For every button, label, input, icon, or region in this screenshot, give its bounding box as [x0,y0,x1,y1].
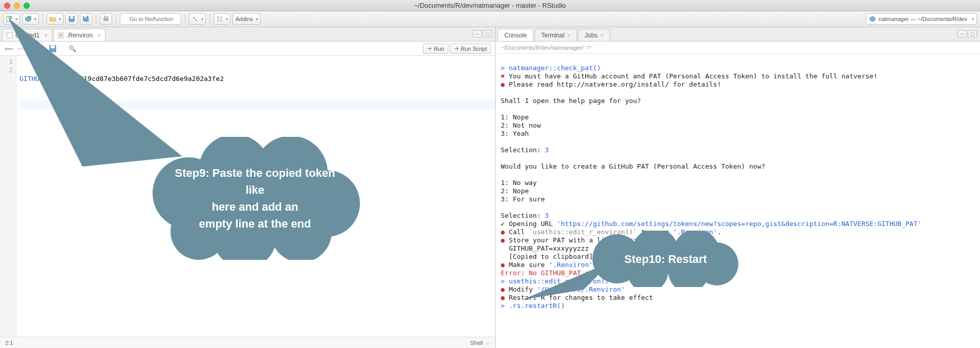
maximize-pane-icon[interactable]: ▢ [968,30,977,37]
console-line: 2: Nope [501,187,529,195]
window-title: ~/Documents/R/dev/natmanager - master - … [0,2,980,9]
tab-console[interactable]: Console [498,29,534,41]
find-icon[interactable]: 🔍 [68,44,77,53]
titlebar: ~/Documents/R/dev/natmanager - master - … [0,0,980,11]
cursor-position: 2:1 [5,340,13,346]
svg-rect-18 [51,46,55,48]
console-line: Selection: 3 [501,146,549,154]
tools-button[interactable] [189,13,206,25]
svg-rect-4 [70,16,73,18]
console-line: > .rs.restartR() [501,302,565,310]
grid-button[interactable] [214,13,230,25]
file-icon [7,32,13,38]
save-button[interactable] [66,13,78,25]
svg-rect-16 [38,47,43,51]
show-in-new-window-icon[interactable] [36,44,45,53]
source-statusbar: 2:1 Shell [0,337,495,348]
tab-label: Jobs [585,32,598,39]
console-line: Store your PAT with a line like: [501,236,637,244]
close-icon[interactable]: × [567,32,570,38]
svg-rect-7 [84,16,87,17]
close-icon[interactable]: × [600,32,603,38]
play-icon: ➔ [454,45,459,52]
print-button[interactable] [100,13,112,25]
minimize-pane-icon[interactable]: — [957,30,967,37]
run-button[interactable]: ➔ Run [423,44,448,54]
tab-terminal[interactable]: Terminal× [535,29,577,41]
console-line: Call `usethis::edit_r_environ()` to open… [501,228,721,236]
console-line: You must have a GitHub account and PAT (… [501,72,878,80]
console-line: Restart R for changes to take effect [501,294,653,301]
addins-button[interactable]: Addins [232,13,261,25]
project-label: natmanager — ~/Documents/R/dev [879,16,967,22]
console-line: > natmanager::check_pat() [501,64,601,72]
run-script-label: Run Script [461,46,487,52]
code-line: GITHUB_PAT=GITHUB_PAT=d717519cd87e3b607f… [19,74,495,83]
console-line: Please read http://natverse.org/install/… [501,80,721,88]
forward-icon[interactable]: ⟹ [16,44,26,53]
back-icon[interactable]: ⟸ [4,44,13,53]
breadcrumb-path: ~/Documents/R/dev/natmanager/ [501,45,584,51]
close-icon[interactable]: × [97,32,100,38]
new-file-button[interactable] [3,13,20,25]
console-line: Opening URL 'https://github.com/settings… [501,220,922,228]
project-icon [869,16,876,22]
maximize-pane-icon[interactable]: ▢ [483,30,492,37]
console-tabs: Console Terminal× Jobs× — ▢ [496,27,980,42]
code-line [19,100,495,109]
svg-rect-10 [217,16,219,18]
console-line: 3: For sure [501,195,545,203]
console-line: Error: No GITHUB_PAT set [501,269,597,277]
console-line: 1: No way [501,179,537,187]
line-number: 1 [0,57,13,66]
console-line: > usethis::edit_r_environ() [501,277,609,285]
go-to-file-input[interactable] [120,13,181,25]
tab-jobs[interactable]: Jobs× [578,29,610,41]
file-icon [58,32,64,38]
tab-label: .Renviron [67,32,93,39]
console-output[interactable]: > natmanager::check_pat() You must have … [496,54,980,348]
console-breadcrumb: ~/Documents/R/dev/natmanager/ ⟳ [496,42,980,54]
console-line: Selection: 3 [501,212,549,219]
save-icon[interactable] [48,44,57,53]
run-script-button[interactable]: ➔ Run Script [450,44,491,54]
new-project-button[interactable] [22,13,39,25]
project-dropdown[interactable]: natmanager — ~/Documents/R/dev [866,13,977,25]
tab-label: Console [504,32,527,39]
save-all-button[interactable] [80,13,92,25]
editor[interactable]: 1 2 GITHUB_PAT=GITHUB_PAT=d717519cd87e3b… [0,56,495,337]
svg-rect-14 [7,33,12,38]
language-label[interactable]: Shell [471,340,483,346]
console-line: Modify '/Users/sri/.Renviron' [501,285,625,293]
console-line: GITHUB_PAT=xxxyyyzzz [501,244,589,252]
console-line: 2: Not now [501,121,541,129]
tab-renviron[interactable]: .Renviron × [53,29,105,41]
close-icon[interactable]: × [44,32,47,38]
tab-label: Untitled1 [15,32,39,39]
main-area: Untitled1 × .Renviron × — ▢ ⟸ ⟹ [0,27,980,348]
main-toolbar: 🔍 Addins natmanager — ~/Documents/R/dev [0,11,980,27]
source-toolbar: ⟸ ⟹ 🔍 ➔ Run ➔ Run Script [0,42,495,56]
play-icon: ➔ [427,45,432,52]
svg-rect-11 [220,16,222,18]
go-to-file-wrapper: 🔍 [120,13,181,25]
tab-untitled[interactable]: Untitled1 × [2,29,52,41]
console-line: Shall I open the help page for you? [501,97,641,105]
document-tabs: Untitled1 × .Renviron × — ▢ [0,27,495,42]
gutter: 1 2 [0,56,16,337]
console-line: Make sure '.Renviron' ends with a newlin… [501,261,677,269]
svg-rect-13 [220,19,222,22]
source-pane: Untitled1 × .Renviron × — ▢ ⟸ ⟹ [0,27,496,348]
console-line: 1: Nope [501,113,529,121]
console-line: Would you like to create a GitHub PAT (P… [501,162,765,170]
refresh-icon[interactable]: ⟳ [587,44,591,51]
console-line: [Copied to clipboard] [501,253,593,260]
svg-rect-9 [104,16,108,18]
code-area[interactable]: GITHUB_PAT=GITHUB_PAT=d717519cd87e3b607f… [16,56,495,337]
line-number: 2 [0,66,13,74]
open-file-button[interactable] [47,13,63,25]
minimize-pane-icon[interactable]: — [473,30,482,37]
tab-label: Terminal [541,32,564,39]
run-label: Run [434,46,444,52]
console-line: 3: Yeah [501,130,529,137]
